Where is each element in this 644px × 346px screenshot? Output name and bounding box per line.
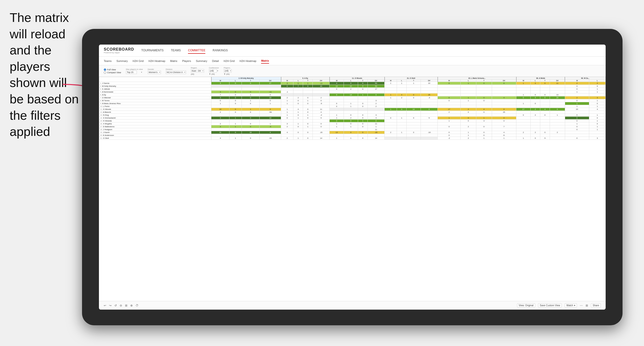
matrix-scroll-area[interactable]: 2. M Kelly Mulcahy 6. A Dy 11. G Woods 2… bbox=[99, 77, 606, 301]
max-players-label: Max players in view bbox=[126, 68, 143, 70]
players-select-wrap[interactable]: (All) bbox=[224, 69, 232, 73]
player-name-andersson: 20. E Andersson bbox=[99, 134, 211, 137]
header-ady: 6. A Dy bbox=[281, 77, 330, 80]
sh-dif1: Dif bbox=[260, 80, 281, 82]
zoom-in-icon[interactable]: ⊕ bbox=[130, 304, 133, 307]
player-name-jimenez: 9. A Maria Jimenez Rios bbox=[99, 102, 211, 105]
player-name-stoll: 21. O Stoll bbox=[99, 137, 211, 140]
tab-matrix-2[interactable]: Matrix bbox=[261, 58, 269, 64]
tab-detail[interactable]: Detail bbox=[212, 59, 219, 63]
sh-l6: L bbox=[530, 80, 540, 82]
table-row: 14. S Srichantamit 31018 0105 1204 0105 … bbox=[99, 117, 606, 120]
player-name-klug: 13. N Klug bbox=[99, 114, 211, 117]
nav-teams[interactable]: TEAMS bbox=[171, 47, 181, 54]
table-row: 11. G Woods 10010 14011 10140 17240 1724… bbox=[99, 108, 606, 111]
sh-l5: L bbox=[460, 80, 476, 82]
player-name-nomrowski: 5. A Nomrowski bbox=[99, 91, 211, 93]
region-select-wrap[interactable]: East - DII bbox=[191, 69, 204, 73]
player-name-srichantamit: 14. S Srichantamit bbox=[99, 117, 211, 120]
full-view-radio[interactable] bbox=[104, 68, 106, 71]
max-players-select[interactable]: Top 25 bbox=[126, 71, 137, 74]
undo-icon[interactable]: ↩ bbox=[104, 304, 106, 307]
division-select-wrap[interactable]: NCAA Division II bbox=[166, 71, 186, 74]
table-row: 3. S Jelinek 02017 01 bbox=[99, 88, 606, 91]
nav-bar: SCOREBOARD Powered by clippd TOURNAMENTS… bbox=[99, 45, 606, 57]
view-original-button[interactable]: View: Original bbox=[517, 303, 536, 308]
table-row: 16. X Mcgaha 2101 3100 10011 10 bbox=[99, 122, 606, 125]
sh-l4: L bbox=[397, 80, 406, 82]
compact-view-radio[interactable] bbox=[104, 71, 106, 74]
reset-icon[interactable]: ↺ bbox=[114, 304, 117, 307]
table-row: 13. N Klug 101-2 1003 0201 01 bbox=[99, 114, 606, 117]
zoom-out-icon[interactable]: ⊖ bbox=[120, 304, 122, 307]
sh-w2: W bbox=[281, 80, 294, 82]
nav-items: TOURNAMENTS TEAMS COMMITTEE RANKINGS bbox=[142, 47, 228, 54]
main-content[interactable]: 2. M Kelly Mulcahy 6. A Dy 11. G Woods 2… bbox=[99, 77, 606, 301]
conference-select-wrap[interactable]: (All) bbox=[209, 69, 219, 73]
sh-w4: W bbox=[384, 80, 397, 82]
options-icon[interactable]: ⋯ bbox=[580, 304, 583, 307]
full-view-label: Full View bbox=[107, 68, 116, 71]
table-row: 17. D Ballesteros 310-5 2010 1101 0207 0… bbox=[99, 125, 606, 128]
view-options: Full View Compact View bbox=[104, 68, 121, 74]
share-button[interactable]: Share bbox=[591, 303, 601, 308]
table-row: 15. H Stranda 0010 1030 01 bbox=[99, 120, 606, 122]
table-row: 12. A Bianchi 200-58 1104 20025 bbox=[99, 111, 606, 114]
tab-summary-1[interactable]: Summary bbox=[116, 59, 128, 63]
sh-w1: W bbox=[211, 80, 230, 82]
gender-filter: Gender Women's bbox=[148, 68, 161, 74]
table-row: 2. M Kelly Mulcahy 07040 1010050 06 bbox=[99, 85, 606, 88]
tab-matrix-1[interactable]: Matrix bbox=[170, 59, 177, 63]
sh-l3: L bbox=[344, 80, 358, 82]
players-select[interactable]: (All) bbox=[224, 69, 232, 73]
tab-h2h-grid-2[interactable]: H2H Grid bbox=[224, 59, 235, 63]
header-mulcahy: 2. M Kelly Mulcahy bbox=[211, 77, 281, 80]
tab-teams[interactable]: Teams bbox=[104, 59, 112, 63]
timer-icon[interactable]: ⏱ bbox=[136, 304, 138, 307]
table-row: 20. E Andersson 0108 bbox=[99, 134, 606, 137]
watch-button[interactable]: Watch ▾ bbox=[564, 303, 577, 308]
player-name-kamh: 19. J Kamh bbox=[99, 131, 211, 134]
sh-t3: T bbox=[358, 80, 368, 82]
gender-select-wrap[interactable]: Women's bbox=[148, 71, 161, 74]
player-name-torres: 8. M Torres bbox=[99, 99, 211, 102]
sh-dif3: Dif bbox=[368, 80, 384, 82]
redo-icon[interactable]: ↪ bbox=[109, 304, 112, 307]
tablet-screen: SCOREBOARD Powered by clippd TOURNAMENTS… bbox=[99, 45, 606, 310]
tab-h2h-heatmap-1[interactable]: H2H Heatmap bbox=[148, 59, 165, 63]
sh-dif5: Dif bbox=[492, 80, 516, 82]
full-view-option[interactable]: Full View bbox=[104, 68, 121, 71]
header-stoll: 21. O Stoll bbox=[384, 77, 438, 80]
region-filter: Region East - DII (All) bbox=[191, 67, 204, 75]
tab-players[interactable]: Players bbox=[182, 59, 191, 63]
nav-committee[interactable]: COMMITTEE bbox=[188, 47, 205, 54]
nav-rankings[interactable]: RANKINGS bbox=[212, 47, 228, 54]
max-players-select-wrap[interactable]: Top 25 bbox=[126, 71, 143, 74]
header-webb: 38. A Webb bbox=[516, 77, 565, 80]
save-custom-view-button[interactable]: Save Custom View bbox=[538, 303, 562, 308]
layout-icon[interactable]: ⊞ bbox=[586, 304, 588, 307]
header-schuma: 23. L Marie Schuma... bbox=[438, 77, 516, 80]
division-select[interactable]: NCAA Division II bbox=[166, 71, 186, 74]
gender-select[interactable]: Women's bbox=[148, 71, 161, 74]
conference-select[interactable]: (All) bbox=[209, 69, 217, 73]
table-row: 1. J Garcia 30027 301-11 40050 11110 010… bbox=[99, 82, 606, 85]
division-filter: Division NCAA Division II bbox=[166, 68, 186, 74]
division-label: Division bbox=[166, 68, 186, 70]
tab-h2h-grid-1[interactable]: H2H Grid bbox=[132, 59, 144, 63]
sh-t5: T bbox=[476, 80, 492, 82]
compact-view-option[interactable]: Compact View bbox=[104, 71, 121, 74]
fit-icon[interactable]: ⊞ bbox=[125, 304, 128, 307]
tab-h2h-heatmap-2[interactable]: H2H Heatmap bbox=[240, 59, 256, 63]
table-row: 7. O Mitchell 30018 2202 120-4 0104 0402… bbox=[99, 96, 606, 99]
nav-tournaments[interactable]: TOURNAMENTS bbox=[142, 47, 164, 54]
logo-area: SCOREBOARD Powered by clippd bbox=[104, 47, 134, 54]
region-select[interactable]: East - DII bbox=[191, 69, 204, 73]
player-name-woods: 11. G Woods bbox=[99, 108, 211, 111]
tab-summary-2[interactable]: Summary bbox=[196, 59, 207, 63]
sub-nav: Teams Summary H2H Grid H2H Heatmap Matri… bbox=[99, 57, 606, 65]
table-row: 9. A Maria Jimenez Rios 1001 100-9 0102 … bbox=[99, 102, 606, 105]
max-players-filter: Max players in view Top 25 bbox=[126, 68, 143, 74]
watch-chevron: ▾ bbox=[574, 304, 575, 307]
tablet-device: SCOREBOARD Powered by clippd TOURNAMENTS… bbox=[82, 29, 622, 325]
